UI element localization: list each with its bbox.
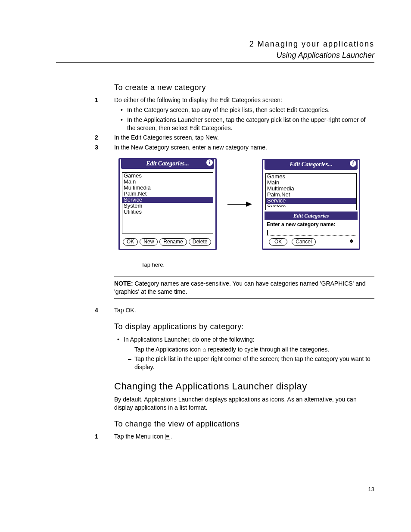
dialog-title-text: Edit Categories... <box>146 160 189 167</box>
step-text: In the Edit Categories screen, tap New. <box>114 134 374 142</box>
list-item: Games <box>122 173 213 179</box>
info-icon: i <box>350 160 356 167</box>
dash-item: Tap the pick list in the upper right cor… <box>134 355 374 371</box>
ok-button[interactable]: OK <box>269 238 287 246</box>
task3-step-1: 1 Tap the Menu icon . <box>114 432 374 441</box>
task2-dashes: Tap the Applications icon repeatedly to … <box>124 345 374 372</box>
figure-row: Edit Categories... i Games Main Multimed… <box>118 158 374 250</box>
list-item: Palm.Net <box>266 192 356 198</box>
step-3: 3 In the New Category screen, enter a ne… <box>114 143 374 152</box>
category-list: Games Main Multimedia Palm.Net Service S… <box>122 172 213 233</box>
task2-bullets: In Applications Launcher, do one of the … <box>114 336 374 372</box>
note-label: NOTE: <box>114 280 133 287</box>
step-number: 2 <box>95 134 114 142</box>
list-item: Multimedia <box>266 186 356 192</box>
task-heading-change-view: To change the view of applications <box>114 419 374 429</box>
step-number: 3 <box>95 143 114 152</box>
cancel-button[interactable]: Cancel <box>292 238 315 246</box>
list-item: System <box>266 204 356 207</box>
dash-text-post: repeatedly to cycle through all the cate… <box>206 346 329 353</box>
info-icon: i <box>206 159 213 166</box>
dialog-title: Edit Categories <box>265 212 358 220</box>
connector-line <box>148 252 374 261</box>
step-text: Tap OK. <box>114 306 374 314</box>
bullet-item: In the Applications Launcher screen, tap… <box>127 116 374 132</box>
list-item: Main <box>122 179 213 185</box>
delete-button[interactable]: Delete <box>189 238 212 246</box>
new-button[interactable]: New <box>140 238 158 246</box>
task-heading-create-category: To create a new category <box>114 82 374 93</box>
button-row: OK New Rename Delete <box>120 236 215 246</box>
step-text: Do either of the following to display th… <box>114 96 374 104</box>
list-item-selected: Service <box>266 198 356 204</box>
new-category-dialog: Edit Categories Enter a new category nam… <box>265 212 358 247</box>
list-item: System <box>122 203 213 209</box>
dialog-title: Edit Categories... i <box>121 159 214 169</box>
list-item-selected: Service <box>122 197 213 203</box>
note-text: Category names are case-sensitive. You c… <box>114 280 366 295</box>
step-2: 2 In the Edit Categories screen, tap New… <box>114 134 374 142</box>
bullet-item: In the Category screen, tap any of the p… <box>127 106 374 114</box>
rename-button[interactable]: Rename <box>159 238 187 246</box>
page: 2 Managing your applications Using Appli… <box>0 0 411 532</box>
step1-bullets: In the Category screen, tap any of the p… <box>114 106 374 132</box>
page-header: 2 Managing your applications Using Appli… <box>56 39 374 63</box>
bullet-item: In Applications Launcher, do one of the … <box>124 336 374 372</box>
section-paragraph: By default, Applications Launcher displa… <box>114 395 374 412</box>
note-box: NOTE: Category names are case-sensitive.… <box>114 277 374 299</box>
step-1: 1 Do either of the following to display … <box>114 96 374 104</box>
figure-edit-categories-list: Edit Categories... i Games Main Multimed… <box>118 158 217 250</box>
section-title: Using Applications Launcher <box>56 50 374 60</box>
figure-edit-categories-new: Edit Categories... i Games Main Multimed… <box>262 159 360 250</box>
page-number: 13 <box>368 485 374 493</box>
step-4: 4 Tap OK. <box>114 306 374 314</box>
section-heading-changing-display: Changing the Applications Launcher displ… <box>114 380 374 393</box>
menu-icon <box>165 434 170 439</box>
dialog-title-text: Edit Categories... <box>290 161 333 168</box>
ok-button[interactable]: OK <box>123 238 138 246</box>
list-item: Multimedia <box>122 185 213 191</box>
step-number: 1 <box>95 96 114 104</box>
arrow-icon <box>227 204 251 205</box>
dash-item: Tap the Applications icon repeatedly to … <box>134 345 374 354</box>
list-item: Games <box>266 174 356 180</box>
figure-caption: Tap here. <box>141 261 368 269</box>
dash-text-pre: Tap the Applications icon <box>134 346 202 353</box>
up-arrow-icon: ♠ <box>350 236 354 246</box>
step-text: Tap the Menu icon . <box>114 432 374 441</box>
category-list: Games Main Multimedia Palm.Net Service S… <box>265 173 357 210</box>
step-number: 1 <box>95 432 114 441</box>
content: To create a new category 1 Do either of … <box>114 82 374 441</box>
list-item: Main <box>266 180 356 186</box>
dialog-prompt: Enter a new category name: <box>265 220 358 228</box>
chapter-title: 2 Managing your applications <box>56 39 374 49</box>
step-text: In the New Category screen, enter a new … <box>114 143 374 152</box>
list-item: Utilities <box>122 209 213 215</box>
category-name-input[interactable]: | <box>267 228 355 236</box>
task-heading-display-by-category: To display applications by category: <box>114 321 374 332</box>
dialog-title: Edit Categories... i <box>265 160 358 170</box>
list-item: Palm.Net <box>122 191 213 197</box>
step-number: 4 <box>95 306 114 314</box>
bullet-text: In Applications Launcher, do one of the … <box>124 336 255 343</box>
step-text-post: . <box>170 433 172 440</box>
step-text-pre: Tap the Menu icon <box>114 433 165 440</box>
